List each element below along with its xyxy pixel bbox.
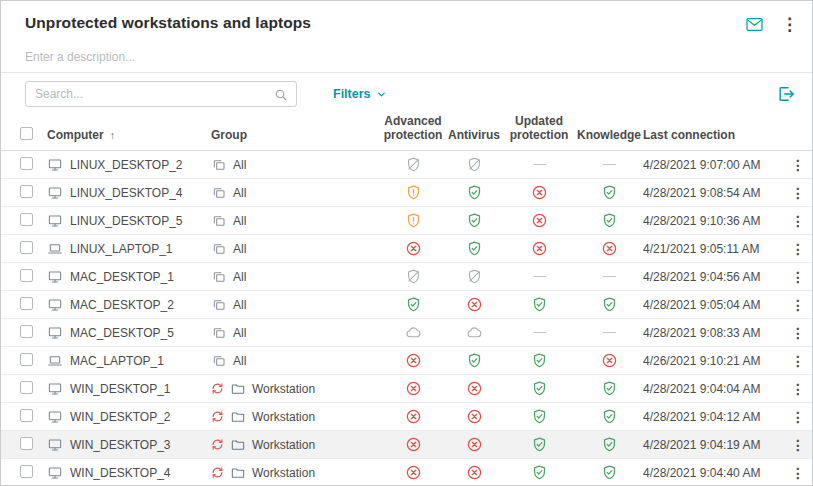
last-connection: 4/28/2021 9:07:00 AM: [643, 158, 784, 172]
dash-icon: [533, 276, 546, 277]
directory-sync-icon: [211, 410, 224, 423]
desktop-icon: [47, 297, 63, 313]
row-menu-button[interactable]: ⋮: [791, 354, 805, 368]
row-checkbox[interactable]: [20, 213, 33, 226]
shield-check-green-icon: [531, 296, 548, 313]
select-all-checkbox[interactable]: [20, 127, 33, 140]
knowledge-status: [575, 408, 643, 425]
table-row[interactable]: MAC_DESKTOP_2 All 4/28/2021 9:05:04 AM ⋮: [1, 291, 812, 319]
page-title: Unprotected workstations and laptops: [25, 14, 311, 32]
row-checkbox[interactable]: [20, 381, 33, 394]
table-row[interactable]: LINUX_DESKTOP_2 All 4/28/2021 9:07:00 AM…: [1, 151, 812, 179]
row-menu-button[interactable]: ⋮: [791, 186, 805, 200]
directory-sync-icon: [211, 382, 224, 395]
laptop-icon: [47, 353, 63, 369]
row-checkbox[interactable]: [20, 297, 33, 310]
row-checkbox[interactable]: [20, 465, 33, 478]
computer-name[interactable]: LINUX_DESKTOP_4: [70, 186, 183, 200]
table-row[interactable]: MAC_DESKTOP_5 All 4/28/2021 9:08:33 AM ⋮: [1, 319, 812, 347]
column-header-group[interactable]: Group: [211, 129, 381, 143]
row-checkbox[interactable]: [20, 241, 33, 254]
all-group-icon: [211, 241, 227, 257]
circle-x-red-icon: [405, 240, 422, 257]
table-row[interactable]: LINUX_LAPTOP_1 All 4/21/2021 9:05:11 AM …: [1, 235, 812, 263]
knowledge-status: [575, 352, 643, 369]
desktop-icon: [47, 437, 63, 453]
computer-name[interactable]: WIN_DESKTOP_1: [70, 382, 170, 396]
page-header: Unprotected workstations and laptops ⋮: [1, 1, 812, 41]
computer-name[interactable]: LINUX_DESKTOP_5: [70, 214, 183, 228]
computer-name[interactable]: WIN_DESKTOP_4: [70, 466, 170, 480]
column-header-last-connection[interactable]: Last connection: [643, 129, 784, 143]
updated-protection-status: [503, 240, 575, 257]
row-menu-button[interactable]: ⋮: [791, 242, 805, 256]
desktop-icon: [47, 157, 63, 173]
table-row[interactable]: MAC_DESKTOP_1 All 4/28/2021 9:04:56 AM ⋮: [1, 263, 812, 291]
shield-check-green-icon: [531, 436, 548, 453]
last-connection: 4/26/2021 9:10:21 AM: [643, 354, 784, 368]
advanced-protection-status: [381, 352, 445, 369]
antivirus-status: [445, 184, 503, 201]
table-row[interactable]: MAC_LAPTOP_1 All 4/26/2021 9:10:21 AM ⋮: [1, 347, 812, 375]
updated-protection-status: [503, 184, 575, 201]
computer-name[interactable]: MAC_DESKTOP_1: [70, 270, 174, 284]
row-menu-button[interactable]: ⋮: [791, 298, 805, 312]
column-header-antivirus[interactable]: Antivirus: [445, 129, 503, 143]
computer-name[interactable]: MAC_LAPTOP_1: [70, 354, 164, 368]
antivirus-status: [445, 380, 503, 397]
computer-name[interactable]: MAC_DESKTOP_5: [70, 326, 174, 340]
group-name: All: [233, 354, 246, 368]
row-menu-button[interactable]: ⋮: [791, 438, 805, 452]
updated-protection-status: [503, 352, 575, 369]
circle-x-red-icon: [405, 464, 422, 481]
computer-name[interactable]: WIN_DESKTOP_2: [70, 410, 170, 424]
last-connection: 4/28/2021 9:04:12 AM: [643, 410, 784, 424]
row-checkbox[interactable]: [20, 325, 33, 338]
row-checkbox[interactable]: [20, 157, 33, 170]
filters-toggle[interactable]: Filters: [333, 87, 387, 101]
description-input[interactable]: Enter a description...: [25, 50, 135, 64]
table-row[interactable]: WIN_DESKTOP_1 Workstation 4/28/2021 9:04…: [1, 375, 812, 403]
table-row[interactable]: LINUX_DESKTOP_4 All 4/28/2021 9:08:54 AM…: [1, 179, 812, 207]
export-button[interactable]: [776, 84, 796, 104]
filters-label: Filters: [333, 87, 371, 101]
group-name: Workstation: [252, 410, 315, 424]
column-header-updated-protection[interactable]: Updated protection: [503, 115, 575, 143]
row-menu-button[interactable]: ⋮: [791, 466, 805, 480]
row-menu-button[interactable]: ⋮: [791, 382, 805, 396]
row-checkbox[interactable]: [20, 269, 33, 282]
computer-name[interactable]: MAC_DESKTOP_2: [70, 298, 174, 312]
dash-icon: [533, 332, 546, 333]
row-checkbox[interactable]: [20, 353, 33, 366]
row-checkbox[interactable]: [20, 437, 33, 450]
page-menu-icon[interactable]: ⋮: [781, 16, 798, 33]
table-row[interactable]: WIN_DESKTOP_4 Workstation 4/28/2021 9:04…: [1, 459, 812, 486]
computer-name[interactable]: LINUX_LAPTOP_1: [70, 242, 173, 256]
column-header-advanced-protection[interactable]: Advanced protection: [381, 115, 445, 143]
row-checkbox[interactable]: [20, 409, 33, 422]
table-row[interactable]: WIN_DESKTOP_3 Workstation 4/28/2021 9:04…: [1, 431, 812, 459]
header-actions: ⋮: [744, 14, 798, 34]
row-checkbox[interactable]: [20, 185, 33, 198]
computer-name[interactable]: LINUX_DESKTOP_2: [70, 158, 183, 172]
table-row[interactable]: WIN_DESKTOP_2 Workstation 4/28/2021 9:04…: [1, 403, 812, 431]
row-menu-button[interactable]: ⋮: [791, 214, 805, 228]
row-menu-button[interactable]: ⋮: [791, 270, 805, 284]
updated-protection-status: [503, 464, 575, 481]
all-group-icon: [211, 297, 227, 313]
all-group-icon: [211, 213, 227, 229]
row-menu-button[interactable]: ⋮: [791, 410, 805, 424]
mail-icon[interactable]: [744, 15, 765, 34]
row-menu-button[interactable]: ⋮: [791, 158, 805, 172]
group-name: Workstation: [252, 382, 315, 396]
shield-check-green-icon: [601, 408, 618, 425]
table-row[interactable]: LINUX_DESKTOP_5 All 4/28/2021 9:10:36 AM…: [1, 207, 812, 235]
knowledge-status: [575, 380, 643, 397]
column-header-computer[interactable]: Computer↑: [47, 129, 211, 143]
dash-icon: [603, 332, 616, 333]
row-menu-button[interactable]: ⋮: [791, 326, 805, 340]
antivirus-status: [445, 240, 503, 257]
computer-name[interactable]: WIN_DESKTOP_3: [70, 438, 170, 452]
column-header-knowledge[interactable]: Knowledge: [575, 129, 643, 143]
search-input[interactable]: [26, 82, 296, 106]
